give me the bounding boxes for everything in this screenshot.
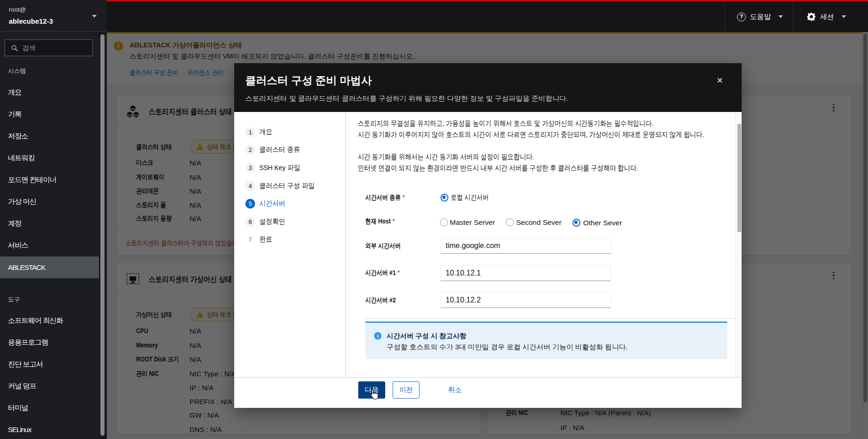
sidebar-item-applications[interactable]: 응용프로그램	[0, 332, 99, 354]
label-text: 시간서버 종류	[365, 194, 401, 201]
wizard-step-confirm[interactable]: 6 설정확인	[245, 213, 288, 230]
sidebar-item-accounts[interactable]: 계정	[0, 213, 99, 235]
modal-title: 클러스터 구성 준비 마법사	[245, 73, 372, 88]
step-label: 클러스터 종류	[259, 145, 300, 155]
info-icon: i	[374, 332, 381, 340]
master-server-radio[interactable]	[440, 218, 448, 226]
wizard-paragraph: 스토리지의 무결성을 유지하고, 가용성을 높이기 위해서 호스트 및 가상머신…	[358, 118, 653, 129]
wizard-step-ssh-key[interactable]: 3 SSH Key 파일	[245, 159, 305, 177]
radio-label: Master Server	[450, 218, 495, 227]
chevron-down-icon	[842, 15, 846, 18]
modal-description: 스토리지센터 및 클라우드센터 클러스터를 구성하기 위해 필요한 다양한 정보…	[245, 94, 568, 103]
wizard-paragraph: 시간 동기화가 이루어지지 않아 호스트의 시간이 서로 다르면 스토리지가 중…	[358, 129, 704, 140]
time-server-2-label: 시간서버 #2	[365, 296, 396, 304]
sidebar-scrollbar-thumb[interactable]	[100, 34, 105, 436]
sidebar-item-vm[interactable]: 가상 머신	[0, 191, 99, 213]
label-text: 시간서버 #1	[365, 269, 396, 276]
nav-section-tools: 도구	[8, 295, 92, 304]
second-server-radio[interactable]	[506, 218, 514, 226]
masthead-separator	[793, 1, 793, 32]
time-server-1-input[interactable]	[441, 265, 611, 281]
wizard-paragraph: 시간 동기화를 위해서는 시간 동기화 서버의 설정이 필요합니다.	[358, 151, 534, 163]
sidebar-scrollbar[interactable]	[99, 32, 105, 439]
label-text: 현재 Host	[365, 217, 391, 225]
sidebar-item-kernel-dump[interactable]: 커널 덤프	[0, 375, 99, 397]
previous-button[interactable]: 이전	[393, 381, 420, 399]
current-host-label: 현재 Host*	[365, 217, 395, 225]
step-label: 완료	[259, 235, 272, 244]
label-text: 외부 시간서버	[365, 242, 401, 249]
sidebar-item-services[interactable]: 서비스	[0, 235, 99, 256]
step-label: 클러스터 구성 파일	[259, 181, 315, 191]
wizard-nav: 1 개요 2 클러스터 종류 3 SSH Key 파일 4 클러스터 구성 파일…	[234, 112, 346, 377]
radio-label: 로컬 시간서버	[451, 193, 489, 202]
help-icon: ?	[737, 13, 746, 21]
masthead: ? 도움말 세션	[107, 0, 868, 32]
note-description: 구성할 호스트의 수가 3대 미만일 경우 로컬 시간서버 기능이 비활성화 됩…	[387, 343, 628, 352]
step-number: 3	[245, 163, 255, 173]
step-label: 시간서버	[259, 199, 285, 209]
step-number: 7	[245, 235, 255, 244]
wizard-step-overview[interactable]: 1 개요	[245, 123, 274, 141]
session-menu[interactable]: 세션	[807, 1, 846, 32]
step-number: 4	[245, 181, 255, 191]
external-time-server-label: 외부 시간서버	[365, 242, 401, 250]
time-server-2-input[interactable]	[441, 292, 611, 308]
step-number: 6	[245, 217, 255, 227]
form-divider	[365, 318, 736, 319]
masthead-separator	[724, 1, 725, 32]
mouse-cursor	[369, 389, 379, 400]
help-menu[interactable]: ? 도움말	[737, 1, 783, 32]
radio-label: Second Sever	[516, 218, 561, 227]
radio-label: Other Sever	[583, 219, 622, 227]
sidebar: root@ ablecube12-3 검색 시스템 개요 기록 저장소 네트워킹…	[0, 0, 107, 439]
cluster-config-wizard-modal: 클러스터 구성 준비 마법사 스토리지센터 및 클라우드센터 클러스터를 구성하…	[234, 63, 742, 408]
wizard-step-cluster-type[interactable]: 2 클러스터 종류	[245, 141, 304, 159]
gear-icon	[807, 12, 816, 21]
step-number: 5	[245, 199, 255, 209]
sidebar-item-networking[interactable]: 네트워킹	[0, 147, 99, 169]
help-label: 도움말	[750, 13, 771, 21]
wizard-paragraph: 인터넷 연결이 되지 않는 환경이라면 반드시 내부 시간 서버를 구성한 후 …	[358, 163, 638, 174]
step-label: SSH Key 파일	[259, 163, 300, 173]
chevron-down-icon	[92, 15, 97, 18]
local-time-server-radio[interactable]	[441, 194, 448, 202]
sidebar-item-selinux[interactable]: SELinux	[0, 419, 99, 439]
note-title: 시간서버 구성 시 참고사항	[387, 332, 467, 341]
close-icon[interactable]: ✕	[713, 73, 727, 87]
sidebar-item-podman[interactable]: 포드맨 컨테이너	[0, 169, 99, 191]
time-server-note-alert: i 시간서버 구성 시 참고사항 구성할 호스트의 수가 3대 미만일 경우 로…	[365, 321, 727, 359]
sidebar-item-storage[interactable]: 저장소	[0, 125, 99, 147]
step-label: 개요	[259, 127, 272, 137]
wizard-step-done[interactable]: 7 완료	[245, 231, 274, 249]
sidebar-item-ablestack[interactable]: ABLESTACK	[0, 256, 99, 278]
external-time-server-input[interactable]	[441, 238, 611, 254]
wizard-step-time-server[interactable]: 5 시간서버	[245, 195, 288, 213]
required-asterisk: *	[393, 217, 395, 224]
sidebar-item-diagnostic-report[interactable]: 진단 보고서	[0, 354, 99, 375]
nav-section-system: 시스템	[8, 66, 92, 76]
other-server-radio[interactable]	[572, 219, 580, 227]
search-icon	[11, 45, 18, 52]
step-number: 2	[245, 145, 255, 155]
wizard-scrollbar[interactable]	[736, 112, 742, 377]
wizard-step-cluster-config-file[interactable]: 4 클러스터 구성 파일	[245, 177, 321, 195]
sidebar-item-logs[interactable]: 기록	[0, 104, 99, 125]
host-user: root@	[9, 6, 26, 13]
time-server-type-label: 시간서버 종류*	[365, 193, 405, 202]
wizard-footer: 다음 이전 취소	[234, 377, 742, 408]
chevron-down-icon	[778, 15, 783, 18]
sidebar-item-overview[interactable]: 개요	[0, 82, 99, 104]
session-label: 세션	[820, 13, 834, 21]
sidebar-item-terminal[interactable]: 터미널	[0, 397, 99, 419]
required-asterisk: *	[398, 269, 400, 276]
cancel-button[interactable]: 취소	[444, 381, 466, 399]
sidebar-item-software-updates[interactable]: 소프트웨어 최신화	[0, 310, 99, 332]
search-placeholder: 검색	[22, 44, 36, 52]
host-switcher[interactable]: root@ ablecube12-3	[0, 0, 107, 32]
required-asterisk: *	[403, 194, 405, 201]
sidebar-search-input[interactable]: 검색	[5, 39, 93, 56]
label-text: 시간서버 #2	[365, 296, 396, 304]
wizard-scrollbar-thumb[interactable]	[737, 124, 741, 232]
time-server-1-label: 시간서버 #1*	[365, 269, 400, 277]
